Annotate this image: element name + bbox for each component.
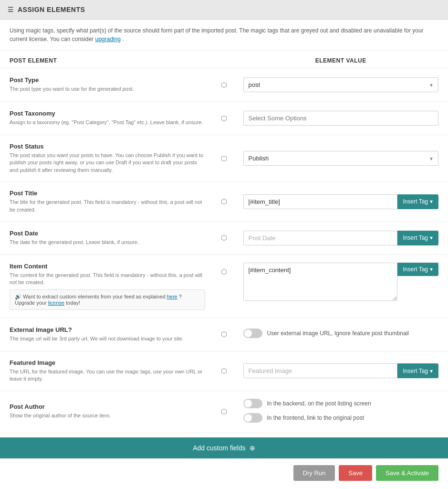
post-author-toggle-row-2: In the frontend, link to the original po… — [243, 413, 439, 423]
post-title-label-col: Post Title The title for the generated p… — [10, 190, 205, 213]
post-type-select-wrapper: post page custom ▼ — [243, 77, 439, 92]
row-post-date: Post Date The date for the generated pos… — [0, 222, 448, 255]
external-image-value: User external image URL, Ignore feature … — [243, 329, 439, 340]
notice-text: 🔊 Want to extract custom elements from y… — [15, 294, 167, 299]
upgrade-link[interactable]: upgrading — [95, 36, 120, 43]
post-status-select[interactable]: Publish Draft Pending Private — [243, 151, 439, 166]
external-image-toggle-row: User external image URL, Ignore feature … — [243, 329, 439, 338]
dry-run-button[interactable]: Dry Run — [293, 465, 335, 481]
post-status-value: Publish Draft Pending Private ▼ — [243, 151, 439, 166]
post-author-toggle-1[interactable] — [243, 399, 262, 408]
post-author-toggle-label-1: In the backend, on the post listing scre… — [267, 400, 371, 407]
post-author-toggle-row-1: In the backend, on the post listing scre… — [243, 399, 439, 408]
external-image-desc: The image url will be 3rd party url, We … — [10, 335, 205, 342]
chevron-down-icon: ▾ — [430, 198, 433, 205]
header-icon: ☰ — [8, 6, 14, 13]
arrow-icon-7: ⬡ — [221, 330, 227, 339]
post-title-desc: The title for the generated post. This f… — [10, 199, 205, 213]
item-content-label-col: Item Content The content for the generat… — [10, 263, 205, 310]
item-content-textarea[interactable]: [#item_content] — [243, 263, 397, 301]
add-custom-fields-btn[interactable]: Add custom fields ⊕ — [0, 437, 448, 458]
toggle-slider-1 — [243, 399, 262, 408]
post-title-insert-tag-btn[interactable]: Insert Tag ▾ — [397, 194, 438, 209]
post-type-label: Post Type — [10, 76, 205, 84]
chevron-down-icon-3: ▾ — [430, 266, 433, 273]
post-date-arrow: ⬡ — [205, 234, 243, 242]
description-text: Using magic tags, specify what part(s) o… — [10, 27, 424, 43]
item-content-input-row: [#item_content] Insert Tag ▾ — [243, 263, 439, 301]
insert-tag-label-4: Insert Tag — [403, 368, 428, 374]
page-wrapper: ☰ ASSIGN ELEMENTS Using magic tags, spec… — [0, 0, 448, 489]
add-custom-fields-label: Add custom fields — [193, 444, 246, 452]
footer-buttons: Dry Run Save Save & Activate — [0, 458, 448, 488]
arrow-icon-4: ⬡ — [221, 197, 227, 206]
post-author-toggle-label-2: In the frontend, link to the original po… — [267, 415, 364, 421]
arrow-icon-6: ⬡ — [221, 267, 227, 276]
external-image-label-col: External Image URL? The image url will b… — [10, 326, 205, 342]
row-post-type: Post Type The post type you want to use … — [0, 68, 448, 102]
post-date-label: Post Date — [10, 230, 205, 237]
insert-tag-label-3: Insert Tag — [403, 266, 428, 273]
post-status-label: Post Status — [10, 143, 205, 150]
post-type-label-col: Post Type The post type you want to use … — [10, 76, 205, 93]
chevron-down-icon-2: ▾ — [430, 234, 433, 241]
post-date-desc: The date for the generated post. Leave b… — [10, 239, 205, 246]
post-type-arrow: ⬡ — [205, 81, 243, 89]
row-featured-image: Featured Image The URL for the featured … — [0, 351, 448, 391]
post-author-label: Post Author — [10, 403, 205, 410]
row-post-title: Post Title The title for the generated p… — [0, 182, 448, 222]
featured-image-desc: The URL for the featured image. You can … — [10, 368, 205, 383]
post-taxonomy-value — [243, 111, 439, 126]
item-content-arrow: ⬡ — [205, 263, 243, 276]
description-text-after: . — [122, 36, 124, 43]
save-activate-button[interactable]: Save & Activate — [376, 465, 438, 481]
header-title: ASSIGN ELEMENTS — [18, 6, 85, 13]
post-taxonomy-arrow: ⬡ — [205, 114, 243, 123]
post-status-arrow: ⬡ — [205, 154, 243, 163]
row-external-image: External Image URL? The image url will b… — [0, 318, 448, 351]
post-date-input[interactable] — [243, 231, 397, 245]
post-type-desc: The post type you want to use for the ge… — [10, 85, 205, 93]
row-post-author: Post Author Show the original author of … — [0, 391, 448, 433]
save-button[interactable]: Save — [339, 465, 372, 481]
featured-image-arrow: ⬡ — [205, 367, 243, 375]
post-taxonomy-input[interactable] — [243, 111, 439, 126]
arrow-icon: ⬡ — [221, 81, 227, 89]
row-post-taxonomy: Post Taxonomy Assign to a taxonomy (eg. … — [0, 102, 448, 135]
post-status-label-col: Post Status The post status you want you… — [10, 143, 205, 174]
item-content-value: [#item_content] Insert Tag ▾ — [243, 263, 439, 301]
post-date-insert-tag-btn[interactable]: Insert Tag ▾ — [397, 231, 438, 245]
post-title-value: Insert Tag ▾ — [243, 194, 439, 209]
post-type-select[interactable]: post page custom — [243, 77, 439, 92]
external-image-toggle-label: User external image URL, Ignore feature … — [267, 330, 409, 337]
post-taxonomy-desc: Assign to a taxonomy (eg. "Post Category… — [10, 119, 205, 126]
chevron-down-icon-4: ▾ — [430, 368, 433, 374]
row-post-status: Post Status The post status you want you… — [0, 135, 448, 182]
post-title-input-row: Insert Tag ▾ — [243, 194, 439, 209]
post-title-input[interactable] — [243, 194, 397, 209]
description: Using magic tags, specify what part(s) o… — [0, 20, 448, 51]
item-content-insert-tag-btn[interactable]: Insert Tag ▾ — [397, 263, 438, 276]
insert-tag-label: Insert Tag — [403, 198, 428, 205]
post-author-label-col: Post Author Show the original author of … — [10, 403, 205, 419]
external-image-toggle[interactable] — [243, 329, 262, 338]
featured-image-input[interactable] — [243, 363, 397, 378]
post-title-label: Post Title — [10, 190, 205, 197]
notice-text-after2: today! — [66, 300, 80, 306]
col-post-element: POST ELEMENT — [10, 57, 205, 64]
post-author-value: In the backend, on the post listing scre… — [243, 399, 439, 425]
featured-image-value: Insert Tag ▾ — [243, 363, 439, 378]
toggle-slider — [243, 329, 262, 338]
post-author-toggle-2[interactable] — [243, 413, 262, 423]
post-status-desc: The post status you want your posts to h… — [10, 152, 205, 174]
arrow-icon-9: ⬡ — [221, 407, 227, 416]
notice-link[interactable]: here — [167, 294, 177, 299]
featured-image-insert-tag-btn[interactable]: Insert Tag ▾ — [397, 363, 438, 378]
arrow-icon-5: ⬡ — [221, 234, 227, 242]
external-image-arrow: ⬡ — [205, 330, 243, 339]
external-image-label: External Image URL? — [10, 326, 205, 333]
post-date-label-col: Post Date The date for the generated pos… — [10, 230, 205, 246]
post-author-desc: Show the original author of the source i… — [10, 412, 205, 419]
arrow-icon-8: ⬡ — [221, 367, 227, 375]
notice-link2[interactable]: license — [48, 300, 64, 306]
